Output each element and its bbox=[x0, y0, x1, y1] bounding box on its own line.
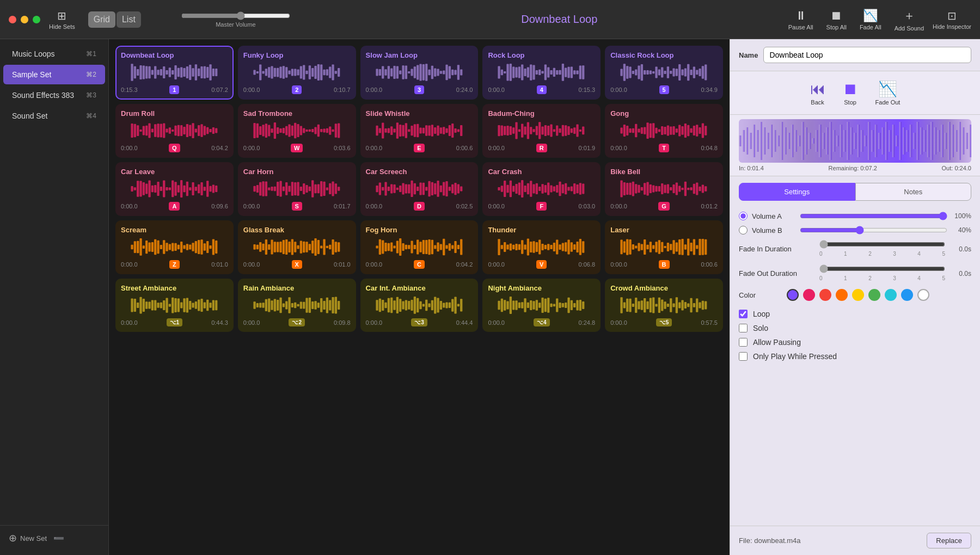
svg-rect-405 bbox=[542, 184, 544, 194]
color-blue[interactable] bbox=[901, 289, 913, 301]
card-footer: 0:00.0 T 0:04.8 bbox=[610, 144, 718, 152]
solo-checkbox[interactable] bbox=[739, 324, 748, 332]
svg-rect-737 bbox=[670, 298, 672, 312]
fade-out-button[interactable]: 📉 Fade Out bbox=[875, 80, 901, 106]
svg-rect-351 bbox=[314, 184, 316, 193]
sound-card[interactable]: Thunder 0:00.0 V 0:06.8 bbox=[482, 220, 601, 274]
color-pink[interactable] bbox=[803, 289, 815, 301]
sound-card[interactable]: Drum Roll 0:00.0 Q 0:04.2 bbox=[115, 104, 234, 158]
close-button[interactable] bbox=[9, 16, 16, 23]
svg-rect-89 bbox=[460, 70, 462, 76]
svg-rect-693 bbox=[507, 301, 509, 310]
sound-card[interactable]: Laser 0:00.0 B 0:00.6 bbox=[605, 220, 723, 274]
sound-card[interactable]: Downbeat Loop 0:15.3 1 0:07.2 bbox=[115, 46, 234, 100]
svg-rect-789 bbox=[875, 125, 877, 157]
svg-rect-223 bbox=[413, 124, 415, 137]
sound-card[interactable]: Funky Loop 0:00.0 2 0:10.7 bbox=[238, 46, 356, 100]
volume-b-row: Volume B 40% bbox=[739, 226, 971, 235]
sound-card[interactable]: Scream 0:00.0 Z 0:01.0 bbox=[115, 220, 234, 274]
sound-card[interactable]: Car Horn 0:00.0 S 0:01.7 bbox=[238, 162, 356, 216]
svg-rect-729 bbox=[647, 301, 649, 309]
svg-rect-478 bbox=[212, 239, 215, 255]
sound-card[interactable]: Slide Whistle 0:00.0 E 0:00.6 bbox=[360, 104, 479, 158]
card-footer: 0:00.0 D 0:02.5 bbox=[366, 202, 473, 211]
svg-rect-93 bbox=[507, 64, 509, 81]
sidebar-item-shortcut: ⌘4 bbox=[86, 112, 96, 120]
sound-card[interactable]: Car Screech 0:00.0 D 0:02.5 bbox=[360, 162, 479, 216]
sound-card[interactable]: Car Int. Ambiance 0:00.0 ⌥3 0:44.4 bbox=[360, 279, 479, 332]
only-play-checkbox[interactable] bbox=[739, 352, 748, 361]
allow-pausing-checkbox[interactable] bbox=[739, 338, 748, 347]
sidebar-item-sound-effects[interactable]: Sound Effects 383 ⌘3 bbox=[3, 85, 105, 105]
remove-set-button[interactable]: ➖ bbox=[53, 533, 64, 544]
sound-card[interactable]: Fog Horn 0:00.0 C 0:04.2 bbox=[360, 220, 479, 274]
svg-rect-700 bbox=[527, 303, 529, 308]
sidebar-item-sample-set[interactable]: Sample Set ⌘2 bbox=[3, 65, 105, 84]
master-volume-slider[interactable] bbox=[181, 11, 290, 20]
sound-card[interactable]: Car Leave 0:00.0 A 0:09.6 bbox=[115, 162, 234, 216]
volume-b-radio[interactable] bbox=[739, 226, 748, 235]
sound-card[interactable]: Rock Loop 0:00.0 4 0:15.3 bbox=[482, 46, 601, 100]
maximize-button[interactable] bbox=[33, 16, 40, 23]
sound-card[interactable]: Car Crash 0:00.0 F 0:03.0 bbox=[482, 162, 601, 216]
sound-card[interactable]: Night Ambiance 0:00.0 ⌥4 0:24.8 bbox=[482, 279, 601, 332]
tab-notes[interactable]: Notes bbox=[855, 183, 972, 201]
fade-out-slider[interactable] bbox=[819, 264, 945, 273]
list-view-button[interactable]: List bbox=[117, 11, 141, 28]
svg-rect-201 bbox=[314, 127, 316, 134]
svg-rect-473 bbox=[198, 240, 200, 254]
key-badge: B bbox=[659, 260, 670, 269]
svg-rect-630 bbox=[253, 301, 255, 309]
svg-rect-418 bbox=[579, 183, 581, 195]
svg-rect-796 bbox=[899, 122, 902, 160]
svg-rect-134 bbox=[661, 67, 663, 77]
svg-rect-107 bbox=[547, 67, 549, 78]
replace-button[interactable]: Replace bbox=[927, 533, 971, 548]
color-purple[interactable] bbox=[787, 289, 799, 301]
color-white[interactable] bbox=[917, 289, 929, 301]
loop-checkbox[interactable] bbox=[739, 310, 748, 318]
sound-card[interactable]: Street Ambiance 0:00.0 ⌥1 0:44.3 bbox=[115, 279, 234, 332]
volume-b-slider[interactable] bbox=[800, 226, 947, 235]
color-red[interactable] bbox=[819, 289, 831, 301]
sound-card[interactable]: Crowd Ambiance 0:00.0 ⌥5 0:57.5 bbox=[605, 279, 723, 332]
hide-inspector-button[interactable]: ⊡ Hide Inspector bbox=[933, 9, 971, 30]
color-yellow[interactable] bbox=[852, 289, 864, 301]
stop-button[interactable]: ⏹ Stop bbox=[843, 80, 858, 106]
stop-all-button[interactable]: ⏹ Stop All bbox=[826, 9, 847, 30]
waveform bbox=[610, 61, 718, 83]
sound-card[interactable]: Bike Bell 0:00.0 G 0:01.2 bbox=[605, 162, 723, 216]
sound-card[interactable]: Badum-Ching 0:00.0 R 0:01.9 bbox=[482, 104, 601, 158]
svg-rect-613 bbox=[169, 304, 171, 306]
sound-card[interactable]: Sad Trombone 0:00.0 W 0:03.6 bbox=[238, 104, 356, 158]
new-set-button[interactable]: ⊕ New Set bbox=[9, 532, 47, 544]
svg-rect-102 bbox=[533, 65, 535, 80]
color-green[interactable] bbox=[868, 289, 880, 301]
sound-card[interactable]: Glass Break 0:00.0 X 0:01.0 bbox=[238, 220, 356, 274]
card-footer: 0:00.0 A 0:09.6 bbox=[121, 202, 228, 211]
hide-sets-button[interactable]: ⊞ Hide Sets bbox=[49, 9, 75, 30]
name-input[interactable] bbox=[763, 47, 971, 63]
fade-in-slider[interactable] bbox=[819, 240, 945, 249]
sound-card[interactable]: Classic Rock Loop 0:00.0 5 0:34.9 bbox=[605, 46, 723, 100]
volume-a-slider[interactable] bbox=[800, 212, 947, 220]
pause-all-button[interactable]: ⏸ Pause All bbox=[788, 9, 813, 30]
grid-view-button[interactable]: Grid bbox=[88, 11, 115, 28]
minimize-button[interactable] bbox=[21, 16, 28, 23]
sound-card[interactable]: Rain Ambiance 0:00.0 ⌥2 0:09.8 bbox=[238, 279, 356, 332]
tab-settings[interactable]: Settings bbox=[739, 183, 855, 201]
color-teal[interactable] bbox=[885, 289, 897, 301]
key-badge: E bbox=[414, 144, 424, 152]
svg-rect-456 bbox=[148, 243, 150, 252]
sidebar-item-sound-set[interactable]: Sound Set ⌘4 bbox=[3, 106, 105, 126]
volume-a-radio[interactable] bbox=[739, 212, 748, 220]
svg-rect-514 bbox=[387, 243, 389, 251]
sound-card[interactable]: Gong 0:00.0 T 0:04.8 bbox=[605, 104, 723, 158]
svg-rect-219 bbox=[402, 125, 404, 137]
back-button[interactable]: ⏮ Back bbox=[810, 80, 825, 106]
add-sound-button[interactable]: ＋ Add Sound bbox=[895, 8, 924, 32]
color-orange[interactable] bbox=[836, 289, 848, 301]
fade-all-button[interactable]: 📉 Fade All bbox=[860, 9, 881, 30]
sidebar-item-music-loops[interactable]: Music Loops ⌘1 bbox=[3, 44, 105, 64]
sound-card[interactable]: Slow Jam Loop 0:00.0 3 0:24.0 bbox=[360, 46, 479, 100]
